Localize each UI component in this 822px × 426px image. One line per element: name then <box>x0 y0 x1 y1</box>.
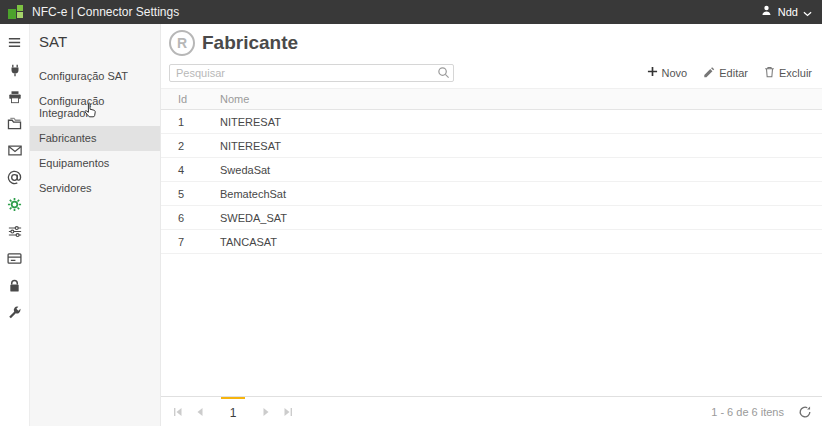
new-button-label: Novo <box>662 67 688 79</box>
cell-id[interactable]: 5 <box>161 182 211 206</box>
sidebar: SAT Configuração SAT Configuração Integr… <box>30 24 160 426</box>
ndd-logo-icon <box>8 4 24 20</box>
table-row[interactable]: 4 SwedaSat <box>161 158 822 182</box>
first-page-button[interactable] <box>167 397 189 426</box>
plus-icon <box>647 66 658 79</box>
table-row[interactable]: 7 TANCASAT <box>161 230 822 254</box>
cell-id[interactable]: 7 <box>161 230 211 254</box>
lock-icon[interactable] <box>0 272 30 299</box>
data-grid: Id Nome 1 NITERESAT 2 <box>161 88 822 396</box>
cell-nome[interactable]: TANCASAT <box>211 230 822 254</box>
sidebar-item-label: Equipamentos <box>39 157 109 169</box>
topbar: NFC-e | Connector Settings Ndd <box>0 0 822 24</box>
sidebar-item-label: Fabricantes <box>39 132 96 144</box>
product-logo-icon: R <box>169 30 195 56</box>
plug-icon[interactable] <box>0 56 30 83</box>
search-icon[interactable] <box>437 65 450 83</box>
edit-button-label: Editar <box>719 67 748 79</box>
user-menu[interactable]: Ndd <box>760 3 812 21</box>
page-title: Fabricante <box>202 32 298 54</box>
gear-icon[interactable] <box>0 191 30 218</box>
cell-id[interactable]: 4 <box>161 158 211 182</box>
cell-id[interactable]: 6 <box>161 206 211 230</box>
cell-id[interactable]: 2 <box>161 134 211 158</box>
cell-id[interactable]: 1 <box>161 110 211 134</box>
table-row[interactable]: 1 NITERESAT <box>161 110 822 134</box>
main-panel: R Fabricante <box>160 24 822 426</box>
edit-button[interactable]: Editar <box>703 66 748 80</box>
sidebar-item[interactable]: Equipamentos <box>30 151 160 176</box>
wrench-icon[interactable] <box>0 299 30 326</box>
action-buttons: Novo Editar Excl <box>647 66 812 80</box>
sidebar-item-label: Servidores <box>39 182 92 194</box>
last-page-button[interactable] <box>277 397 299 426</box>
icon-rail <box>0 24 30 426</box>
pencil-icon <box>703 66 715 80</box>
refresh-icon[interactable] <box>798 405 812 419</box>
menu-icon[interactable] <box>0 29 30 56</box>
new-button[interactable]: Novo <box>647 66 688 79</box>
table-row[interactable]: 5 BematechSat <box>161 182 822 206</box>
delete-button-label: Excluir <box>779 67 812 79</box>
mail-icon[interactable] <box>0 137 30 164</box>
prev-page-button[interactable] <box>189 397 211 426</box>
sliders-icon[interactable] <box>0 218 30 245</box>
folders-icon[interactable] <box>0 110 30 137</box>
trash-icon <box>764 66 775 80</box>
table-row[interactable]: 6 SWEDA_SAT <box>161 206 822 230</box>
sidebar-item[interactable]: Servidores <box>30 176 160 201</box>
pager: 1 1 - 6 de 6 itens <box>161 396 822 426</box>
app-window: NFC-e | Connector Settings Ndd <box>0 0 822 426</box>
cell-nome[interactable]: NITERESAT <box>211 134 822 158</box>
page-number-current[interactable]: 1 <box>221 397 245 426</box>
delete-button[interactable]: Excluir <box>764 66 812 80</box>
chevron-down-icon <box>803 3 812 21</box>
sidebar-item[interactable]: Fabricantes <box>30 126 160 151</box>
table-row[interactable]: 2 NITERESAT <box>161 134 822 158</box>
search-box <box>169 63 454 82</box>
app-body: SAT Configuração SAT Configuração Integr… <box>0 24 822 426</box>
user-name: Ndd <box>778 6 798 18</box>
search-input[interactable] <box>169 64 454 82</box>
sidebar-item-label: Configuração SAT <box>39 70 128 82</box>
sidebar-items: Configuração SAT Configuração Integrador… <box>30 64 160 201</box>
next-page-button[interactable] <box>255 397 277 426</box>
pager-info: 1 - 6 de 6 itens <box>711 406 784 418</box>
page-header: R Fabricante <box>161 24 822 59</box>
cell-nome[interactable]: SwedaSat <box>211 158 822 182</box>
sidebar-item-label: Configuração Integrador <box>39 95 104 119</box>
printer-icon[interactable] <box>0 83 30 110</box>
user-icon <box>760 3 773 21</box>
at-sign-icon[interactable] <box>0 164 30 191</box>
sidebar-title: SAT <box>30 24 160 64</box>
cell-nome[interactable]: NITERESAT <box>211 110 822 134</box>
table-header: Id Nome <box>161 89 822 110</box>
column-header-id[interactable]: Id <box>161 89 211 110</box>
cell-nome[interactable]: SWEDA_SAT <box>211 206 822 230</box>
pager-right: 1 - 6 de 6 itens <box>711 397 812 426</box>
sidebar-item[interactable]: Configuração SAT <box>30 64 160 89</box>
cell-nome[interactable]: BematechSat <box>211 182 822 206</box>
app-title: NFC-e | Connector Settings <box>32 5 179 19</box>
table-body: 1 NITERESAT 2 NITERESAT 4 SwedaSat <box>161 110 822 254</box>
sidebar-item[interactable]: Configuração Integrador <box>30 89 160 126</box>
card-icon[interactable] <box>0 245 30 272</box>
column-header-nome[interactable]: Nome <box>211 89 822 110</box>
grid-toolbar: Novo Editar Excl <box>161 59 822 88</box>
